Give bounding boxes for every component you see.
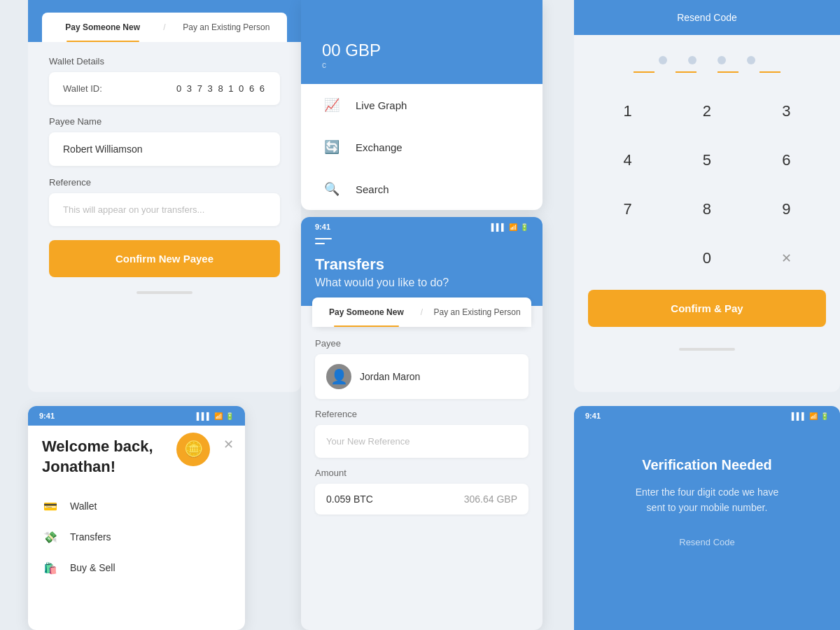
transfers-status-icons: ▌▌▌ 📶 🔋	[491, 223, 528, 231]
tab-pay-existing[interactable]: Pay an Existing Person	[166, 13, 287, 42]
wallet-icon: 💳	[42, 498, 59, 514]
payee-name-box[interactable]: Robert Williamson	[49, 132, 280, 166]
nav-label-transfers: Transfers	[70, 531, 111, 542]
confirm-new-payee-button[interactable]: Confirm New Payee	[49, 240, 280, 277]
wallet-id-field-label: Wallet ID:	[63, 83, 102, 94]
payee-field-label: Payee	[315, 338, 528, 349]
pin-pad-panel: Resend Code 1 2 3 4 5 6 7 8 9 0 ✕ Confir…	[574, 0, 840, 392]
pin-scroll-indicator	[679, 348, 735, 351]
pay-form-header: Pay Someone New / Pay an Existing Person	[28, 0, 301, 42]
verify-time: 9:41	[585, 412, 601, 420]
pin-dot-1	[659, 56, 667, 64]
pin-underline-1	[634, 71, 654, 73]
numpad-key-0[interactable]: 0	[667, 234, 746, 283]
transfers-wifi-icon: 📶	[509, 223, 517, 231]
amount-gbp: 306.64 GBP	[464, 493, 517, 505]
numpad-key-delete[interactable]: ✕	[747, 234, 826, 283]
live-graph-icon: 📈	[322, 95, 342, 115]
transfers-signal-icon: ▌▌▌	[491, 223, 506, 231]
amount-btc: 0.059 BTC	[326, 493, 373, 505]
reference-box[interactable]: This will appear on your transfers...	[49, 193, 280, 226]
exchange-icon: 🔄	[322, 137, 342, 157]
pin-underline-3	[718, 71, 738, 73]
pin-dot-2	[688, 56, 696, 64]
menu-item-exchange[interactable]: 🔄 Exchange	[301, 126, 542, 168]
reference-input-placeholder: Your New Reference	[326, 436, 517, 447]
transfers-panel: 9:41 ▌▌▌ 📶 🔋 Transfers What would you li…	[301, 217, 542, 630]
amount-card[interactable]: 0.059 BTC 306.64 GBP	[315, 484, 528, 514]
tab-transfers-existing[interactable]: Pay an Existing Person	[423, 298, 531, 327]
menu-item-search[interactable]: 🔍 Search	[301, 168, 542, 210]
verify-title: Verification Needed	[595, 457, 819, 473]
wallet-id-value: 0 3 7 3 8 1 0 6 6	[176, 83, 266, 94]
menu-item-live-graph[interactable]: 📈 Live Graph	[301, 84, 542, 126]
balance-label: c	[322, 60, 522, 70]
numpad-key-8[interactable]: 8	[667, 185, 746, 234]
payee-card-name: Jordan Maron	[360, 371, 420, 382]
tab-transfers-new[interactable]: Pay Someone New	[312, 298, 421, 327]
confirm-pay-button[interactable]: Confirm & Pay	[588, 290, 826, 327]
numpad-key-9[interactable]: 9	[747, 185, 826, 234]
payee-name-value: Robert Williamson	[63, 144, 266, 155]
buy-sell-icon: 🛍️	[42, 559, 59, 576]
verify-status-bar: 9:41 ▌▌▌ 📶 🔋	[574, 406, 840, 426]
reference-field-label: Reference	[315, 409, 528, 419]
hamburger-menu[interactable]	[315, 231, 332, 244]
menu-panel: 00 GBP c 📈 Live Graph 🔄 Exchange 🔍 Searc…	[301, 0, 542, 210]
pin-dot-4	[747, 56, 755, 64]
signal-icon: ▌▌▌	[197, 412, 211, 420]
numpad-key-5[interactable]: 5	[667, 136, 746, 185]
transfers-time: 9:41	[315, 223, 330, 231]
verify-hamburger[interactable]	[574, 426, 602, 443]
pin-underline-2	[676, 71, 696, 73]
numpad-key-7[interactable]: 7	[588, 185, 667, 234]
status-bar: 9:41 ▌▌▌ 📶 🔋	[28, 406, 245, 426]
pin-header: Resend Code	[574, 0, 840, 35]
numpad: 1 2 3 4 5 6 7 8 9 0 ✕	[574, 87, 840, 283]
nav-label-buy-sell: Buy & Sell	[70, 562, 115, 573]
pin-dots-row	[574, 35, 840, 71]
menu-label-live-graph: Live Graph	[356, 99, 407, 111]
pin-dot-3	[718, 56, 726, 64]
hamburger-line-2	[315, 243, 325, 244]
search-icon: 🔍	[322, 179, 342, 199]
nav-item-buy-sell[interactable]: 🛍️ Buy & Sell	[42, 552, 231, 583]
payee-avatar: 👤	[326, 364, 351, 389]
menu-label-exchange: Exchange	[356, 141, 402, 153]
pin-underline-4	[760, 71, 780, 73]
close-button[interactable]: ✕	[223, 437, 234, 452]
verify-battery-icon: 🔋	[820, 412, 829, 420]
numpad-key-2[interactable]: 2	[667, 87, 746, 136]
resend-code-bottom-button[interactable]: Resend Code	[595, 537, 819, 547]
welcome-panel: 9:41 ▌▌▌ 📶 🔋 Welcome back, Jonathan! ✕ 🪙…	[28, 406, 245, 630]
wallet-id-box[interactable]: Wallet ID: 0 3 7 3 8 1 0 6 6	[49, 72, 280, 105]
payee-card[interactable]: 👤 Jordan Maron	[315, 354, 528, 399]
transfer-form: Payee 👤 Jordan Maron Reference Your New …	[301, 327, 542, 526]
numpad-key-1[interactable]: 1	[588, 87, 667, 136]
transfers-title: Transfers	[315, 255, 528, 274]
wallet-details-label: Wallet Details	[49, 56, 280, 66]
nav-label-wallet: Wallet	[70, 500, 97, 512]
status-icons: ▌▌▌ 📶 🔋	[197, 412, 234, 420]
menu-label-search: Search	[356, 183, 389, 195]
transfers-header: 9:41 ▌▌▌ 📶 🔋 Transfers What would you li…	[301, 217, 542, 306]
nav-item-wallet[interactable]: 💳 Wallet	[42, 491, 231, 522]
pin-underlines-row	[574, 71, 840, 87]
reference-input-card[interactable]: Your New Reference	[315, 425, 528, 458]
numpad-key-6[interactable]: 6	[747, 136, 826, 185]
payee-name-label: Payee Name	[49, 116, 280, 127]
battery-icon: 🔋	[225, 412, 234, 420]
verify-wifi-icon: 📶	[809, 412, 818, 420]
transfers-status-bar: 9:41 ▌▌▌ 📶 🔋	[315, 217, 528, 231]
numpad-key-4[interactable]: 4	[588, 136, 667, 185]
numpad-key-3[interactable]: 3	[747, 87, 826, 136]
resend-code-top-label[interactable]: Resend Code	[677, 12, 737, 23]
tab-pay-new[interactable]: Pay Someone New	[42, 13, 163, 42]
nav-item-transfers[interactable]: 💸 Transfers	[42, 522, 231, 552]
verify-signal-icon: ▌▌▌	[792, 412, 806, 420]
amount-field-label: Amount	[315, 468, 528, 478]
scroll-indicator	[136, 291, 192, 294]
verify-description: Enter the four digit code we have sent t…	[595, 484, 819, 516]
reference-placeholder: This will appear on your transfers...	[63, 204, 266, 215]
pay-tab-bar: Pay Someone New / Pay an Existing Person	[42, 13, 287, 42]
